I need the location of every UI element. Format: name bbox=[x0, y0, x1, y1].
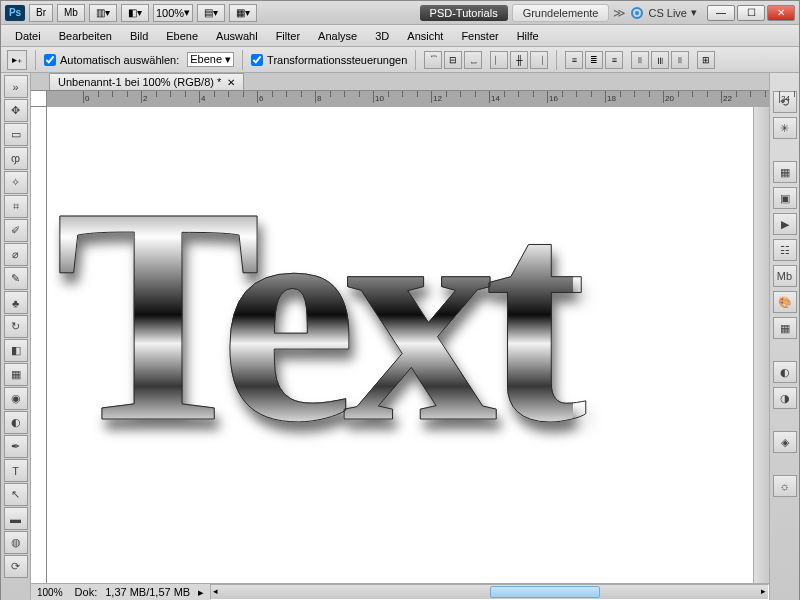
zoom-select[interactable]: 100% ▾ bbox=[153, 4, 193, 22]
close-button[interactable]: ✕ bbox=[767, 5, 795, 21]
swatches-panel-icon[interactable]: ▦ bbox=[773, 317, 797, 339]
shape-tool[interactable]: ▬ bbox=[4, 507, 28, 530]
dist-top-icon[interactable]: ≡ bbox=[565, 51, 583, 69]
menu-hilfe[interactable]: Hilfe bbox=[509, 27, 547, 45]
ruler-label: 22 bbox=[723, 94, 732, 103]
scrollbar-vertical[interactable] bbox=[753, 107, 769, 583]
bridge-button[interactable]: Br bbox=[29, 4, 53, 22]
ruler-origin[interactable] bbox=[31, 91, 47, 107]
auto-align-icon[interactable]: ⊞ bbox=[697, 51, 715, 69]
marquee-tool[interactable]: ▭ bbox=[4, 123, 28, 146]
menu-analyse[interactable]: Analyse bbox=[310, 27, 365, 45]
adjustments-panel-icon[interactable]: ◐ bbox=[773, 361, 797, 383]
wand-tool[interactable]: ✧ bbox=[4, 171, 28, 194]
ruler-label: 16 bbox=[549, 94, 558, 103]
align-right-icon[interactable]: ⎹ bbox=[530, 51, 548, 69]
dodge-tool[interactable]: ◐ bbox=[4, 411, 28, 434]
minibridge-panel-icon[interactable]: Mb bbox=[773, 265, 797, 287]
menu-fenster[interactable]: Fenster bbox=[453, 27, 506, 45]
masks-panel-icon[interactable]: ◑ bbox=[773, 387, 797, 409]
auto-select-target[interactable]: Ebene ▾ bbox=[187, 52, 234, 67]
workspace-other[interactable]: Grundelemente bbox=[512, 4, 610, 22]
dist-bottom-icon[interactable]: ≡ bbox=[605, 51, 623, 69]
move-tool[interactable]: ✥ bbox=[4, 99, 28, 122]
menu-3d[interactable]: 3D bbox=[367, 27, 397, 45]
close-icon[interactable]: ✕ bbox=[227, 77, 235, 88]
menu-bild[interactable]: Bild bbox=[122, 27, 156, 45]
actions-panel-icon[interactable]: ▶ bbox=[773, 213, 797, 235]
auto-select-checkbox[interactable]: Automatisch auswählen: bbox=[44, 54, 179, 66]
extras-button[interactable]: ◧▾ bbox=[121, 4, 149, 22]
distribute-group-2: ⫴ ⫼ ⫴ bbox=[631, 51, 689, 69]
align-vcenter-icon[interactable]: ⊟ bbox=[444, 51, 462, 69]
transform-checkbox[interactable]: Transformationssteuerungen bbox=[251, 54, 407, 66]
minibridge-button[interactable]: Mb bbox=[57, 4, 85, 22]
3d-tool[interactable]: ◍ bbox=[4, 531, 28, 554]
dist-left-icon[interactable]: ⫴ bbox=[631, 51, 649, 69]
move-tool-icon[interactable]: ▸₊ bbox=[7, 50, 27, 70]
pen-tool[interactable]: ✒ bbox=[4, 435, 28, 458]
menu-bearbeiten[interactable]: Bearbeiten bbox=[51, 27, 120, 45]
dist-right-icon[interactable]: ⫴ bbox=[671, 51, 689, 69]
ruler-label: 6 bbox=[259, 94, 263, 103]
menu-ansicht[interactable]: Ansicht bbox=[399, 27, 451, 45]
align-hcenter-icon[interactable]: ╫ bbox=[510, 51, 528, 69]
healing-tool[interactable]: ⌀ bbox=[4, 243, 28, 266]
align-left-icon[interactable]: ⎸ bbox=[490, 51, 508, 69]
menu-filter[interactable]: Filter bbox=[268, 27, 308, 45]
transform-check[interactable] bbox=[251, 54, 263, 66]
scroll-right-icon[interactable]: ▸ bbox=[761, 586, 766, 596]
menu-auswahl[interactable]: Auswahl bbox=[208, 27, 266, 45]
ruler-label: 20 bbox=[665, 94, 674, 103]
cs-live-icon bbox=[630, 6, 644, 20]
maximize-button[interactable]: ☐ bbox=[737, 5, 765, 21]
panel-dock: ⟲ ✳ ▦ ▣ ▶ ☷ Mb 🎨 ▦ ◐ ◑ ◈ ☼ bbox=[769, 73, 799, 600]
canvas[interactable]: Text bbox=[47, 107, 769, 583]
eraser-tool[interactable]: ◧ bbox=[4, 339, 28, 362]
screen-mode-button[interactable]: ▥▾ bbox=[89, 4, 117, 22]
scroll-left-icon[interactable]: ◂ bbox=[213, 586, 218, 596]
divider bbox=[556, 50, 557, 70]
menu-ebene[interactable]: Ebene bbox=[158, 27, 206, 45]
scrollbar-thumb[interactable] bbox=[490, 586, 600, 598]
ruler-vertical[interactable] bbox=[31, 107, 47, 583]
menu-bar: Datei Bearbeiten Bild Ebene Auswahl Filt… bbox=[1, 25, 799, 47]
cs-live-button[interactable]: CS Live ▾ bbox=[630, 6, 697, 20]
blur-tool[interactable]: ◉ bbox=[4, 387, 28, 410]
stamp-tool[interactable]: ♣ bbox=[4, 291, 28, 314]
collapse-icon[interactable]: » bbox=[4, 75, 28, 98]
navigator-panel-icon[interactable]: ▣ bbox=[773, 187, 797, 209]
info-panel-icon[interactable]: ▦ bbox=[773, 161, 797, 183]
chevron-right-icon[interactable]: ≫ bbox=[613, 6, 626, 20]
lasso-tool[interactable]: ჶ bbox=[4, 147, 28, 170]
color-panel-icon[interactable]: 🎨 bbox=[773, 291, 797, 313]
channels-panel-icon[interactable]: ☷ bbox=[773, 239, 797, 261]
doc-view-button[interactable]: ▦▾ bbox=[229, 4, 257, 22]
scrollbar-horizontal[interactable]: ◂ ▸ bbox=[210, 584, 769, 600]
brush-tool[interactable]: ✎ bbox=[4, 267, 28, 290]
minimize-button[interactable]: — bbox=[707, 5, 735, 21]
workspace-switcher[interactable]: PSD-Tutorials bbox=[420, 5, 508, 21]
status-zoom[interactable]: 100% bbox=[31, 584, 69, 600]
arrange-button[interactable]: ▤▾ bbox=[197, 4, 225, 22]
history-brush-tool[interactable]: ↻ bbox=[4, 315, 28, 338]
gradient-tool[interactable]: ▦ bbox=[4, 363, 28, 386]
align-group-1: ⎴ ⊟ ⎵ bbox=[424, 51, 482, 69]
align-bottom-icon[interactable]: ⎵ bbox=[464, 51, 482, 69]
dist-hcenter-icon[interactable]: ⫼ bbox=[651, 51, 669, 69]
align-top-icon[interactable]: ⎴ bbox=[424, 51, 442, 69]
crop-tool[interactable]: ⌗ bbox=[4, 195, 28, 218]
dist-vcenter-icon[interactable]: ≣ bbox=[585, 51, 603, 69]
type-tool[interactable]: T bbox=[4, 459, 28, 482]
layers-panel-icon[interactable]: ◈ bbox=[773, 431, 797, 453]
eyedropper-tool[interactable]: ✐ bbox=[4, 219, 28, 242]
3d-axis-panel-icon[interactable]: ✳ bbox=[773, 117, 797, 139]
3d-rotate-tool[interactable]: ⟳ bbox=[4, 555, 28, 578]
ruler-label: 24 bbox=[781, 94, 790, 103]
document-tab[interactable]: Unbenannt-1 bei 100% (RGB/8) * ✕ bbox=[49, 73, 244, 90]
styles-panel-icon[interactable]: ☼ bbox=[773, 475, 797, 497]
chevron-right-icon[interactable]: ▸ bbox=[198, 586, 204, 599]
menu-datei[interactable]: Datei bbox=[7, 27, 49, 45]
path-tool[interactable]: ↖ bbox=[4, 483, 28, 506]
auto-select-check[interactable] bbox=[44, 54, 56, 66]
